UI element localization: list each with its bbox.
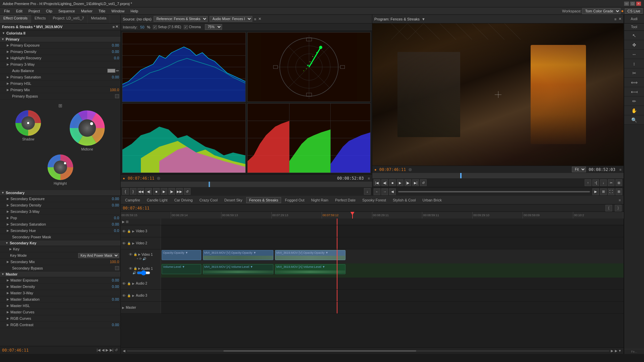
master-saturation-value[interactable]: 0.00 <box>106 297 119 301</box>
expand-all-icon[interactable]: ▶ <box>122 220 125 224</box>
secondary-section[interactable]: ▼ Secondary <box>0 190 120 196</box>
source-menu-icon[interactable]: ≡ <box>254 17 256 21</box>
chroma-check[interactable]: ✓ Chroma <box>184 25 201 29</box>
program-menu-icon[interactable]: ≡ <box>614 17 616 21</box>
tl-next-icon[interactable]: ▶ <box>611 349 613 353</box>
tl-prev-icon[interactable]: ◀ <box>123 349 125 353</box>
pop-value[interactable]: 0.0 <box>106 216 119 220</box>
a1-lock-icon[interactable]: 🔒 <box>133 267 137 270</box>
a2-eye-icon[interactable]: 👁 <box>122 282 126 286</box>
a1-vol-slider[interactable] <box>137 272 150 274</box>
v3-body[interactable] <box>161 225 624 237</box>
a1-clip-1[interactable]: Volume:Level ▼ <box>162 264 201 274</box>
program-trim-button[interactable]: ✂ <box>608 179 614 186</box>
program-step-forward-button[interactable]: |▶ <box>405 179 411 186</box>
tab-project[interactable]: Project: LD_vol1_7 <box>49 15 88 23</box>
program-playhead[interactable] <box>460 173 462 178</box>
auto-balance-icon[interactable]: ✏ <box>116 69 119 73</box>
tab-crazy-cool[interactable]: Crazy Cool <box>196 197 220 203</box>
source-close-icon[interactable]: ✕ <box>258 17 261 21</box>
chroma-checkbox[interactable]: ✓ <box>184 25 188 29</box>
v1-eye-icon[interactable]: 👁 <box>129 252 132 256</box>
menu-help[interactable]: Help <box>128 8 141 14</box>
tab-effects[interactable]: Effects <box>31 15 49 23</box>
midtone-color-wheel[interactable] <box>69 110 106 146</box>
master-density-value[interactable]: 0.00 <box>106 285 119 289</box>
intensity-value[interactable]: 50 <box>140 25 144 29</box>
primary-mix-value[interactable]: 100.0 <box>106 88 119 92</box>
program-close-icon[interactable]: ✕ <box>619 17 622 21</box>
a1-body[interactable]: Volume:Level ▼ MVI_3619.MOV [A] Volume:L… <box>161 263 624 278</box>
a2-expand-icon[interactable]: ▶ <box>132 282 135 285</box>
menu-clip[interactable]: Clip <box>43 8 55 14</box>
menu-sequence[interactable]: Sequence <box>56 8 78 14</box>
slip-tool[interactable]: ⟺ <box>624 78 644 87</box>
master-body[interactable] <box>161 302 624 313</box>
timeline-out-button[interactable]: } <box>615 205 622 212</box>
trim-next-button[interactable]: ▶ <box>592 188 599 195</box>
trim-prev-button[interactable]: ◀ <box>389 188 396 195</box>
selection-tool[interactable]: ↖ <box>624 31 644 40</box>
v1-lock-icon[interactable]: 🔒 <box>133 253 137 256</box>
go-start-icon[interactable]: |◀ <box>97 348 100 352</box>
tab-fogged-out[interactable]: Fogged Out <box>282 197 307 203</box>
secondary-bypass-checkbox[interactable] <box>115 266 119 270</box>
panel-close-icon[interactable]: ✕ <box>115 24 118 29</box>
auto-balance-swatch[interactable] <box>107 69 115 73</box>
hand-tool[interactable]: ✋ <box>624 106 644 115</box>
tab-metadata[interactable]: Metadata <box>88 15 110 23</box>
primary-section[interactable]: ▼ Primary <box>0 37 120 42</box>
setup-check[interactable]: ✓ Setup (7.5 IRE) <box>153 25 181 29</box>
program-loop-button[interactable]: ↺ <box>420 179 427 186</box>
source-playhead[interactable] <box>209 182 210 187</box>
step-back-icon[interactable]: ◀ <box>102 348 104 352</box>
tl-zoom-bar[interactable] <box>127 350 609 352</box>
loop-in-button[interactable]: ← <box>374 188 380 195</box>
source-marker-icon[interactable]: ◎ <box>157 176 160 180</box>
master-section[interactable]: ▼ Master <box>0 272 120 277</box>
menu-title[interactable]: Title <box>96 8 108 14</box>
v1-body[interactable]: Opacity:Opacity ▼ MVI_3619.MOV [V] Opaci… <box>161 249 624 263</box>
source-out-button[interactable]: } <box>130 188 137 195</box>
v1-vol-icon[interactable]: 🔊 <box>143 257 146 260</box>
tab-fences-streaks[interactable]: Fences & Streaks <box>246 197 281 203</box>
source-prev-button[interactable]: ◀◀ <box>138 188 144 195</box>
loop-icon[interactable]: ↺ <box>115 348 118 352</box>
secondary-key-section[interactable]: ▼ Secondary Key <box>0 240 120 246</box>
primary-exposure-value[interactable]: 0.00 <box>106 43 119 47</box>
menu-file[interactable]: File <box>1 8 13 14</box>
source-next-button[interactable]: ▶▶ <box>176 188 183 195</box>
source-in-button[interactable]: { <box>122 188 129 195</box>
v3-lock-icon[interactable]: 🔒 <box>127 230 131 233</box>
v3-expand-icon[interactable]: ▶ <box>132 230 135 233</box>
program-scrubber-track[interactable] <box>372 173 624 178</box>
program-settings-icon[interactable]: ≡ <box>620 168 622 172</box>
panel-menu-icon[interactable]: ≡ <box>113 25 115 29</box>
program-stop-button[interactable]: ■ <box>389 179 396 186</box>
timeline-in-button[interactable]: { <box>605 205 612 212</box>
v1-clip-1[interactable]: Opacity:Opacity ▼ <box>162 250 201 260</box>
a1-clip-2[interactable]: MVI_3619.MOV [A] Volume:Level ▼ <box>203 264 273 274</box>
multi-cam-button[interactable]: ⊞ <box>600 188 607 195</box>
a3-expand-icon[interactable]: ▶ <box>132 294 135 297</box>
secondary-exposure-value[interactable]: 0.00 <box>106 197 119 201</box>
v2-body[interactable] <box>161 237 624 249</box>
setup-checkbox[interactable]: ✓ <box>153 25 157 29</box>
secondary-density-value[interactable]: 0.00 <box>106 203 119 207</box>
highlight-recovery-value[interactable]: 0.0 <box>106 56 119 60</box>
v1-clip-2[interactable]: MVI_3619.MOV [V] Opacity:Opacity ▼ <box>203 250 273 260</box>
program-next-button[interactable]: ▶| <box>412 179 419 186</box>
program-export-button[interactable]: ⊞ <box>615 179 622 186</box>
slide-tool[interactable]: ⟻ <box>624 87 644 97</box>
pen-tool[interactable]: ✏ <box>624 97 644 106</box>
a1-clip-3[interactable]: MVI_3619.MOV [A] Volume:Level ▼ <box>275 264 345 274</box>
rgb-contrast-value[interactable]: 0.00 <box>106 323 119 327</box>
safe-margins-button[interactable]: ⊞ <box>615 188 622 195</box>
source-settings-icon[interactable]: ≡ <box>368 176 370 180</box>
master-exposure-value[interactable]: 0.00 <box>106 278 119 282</box>
a2-lock-icon[interactable]: 🔒 <box>127 282 131 285</box>
program-step-back-button[interactable]: ◀| <box>381 179 388 186</box>
program-marker-icon[interactable]: ◎ <box>409 167 412 172</box>
highlight-color-wheel[interactable] <box>47 154 74 181</box>
v1-expand-icon[interactable]: ▶ <box>138 253 141 256</box>
